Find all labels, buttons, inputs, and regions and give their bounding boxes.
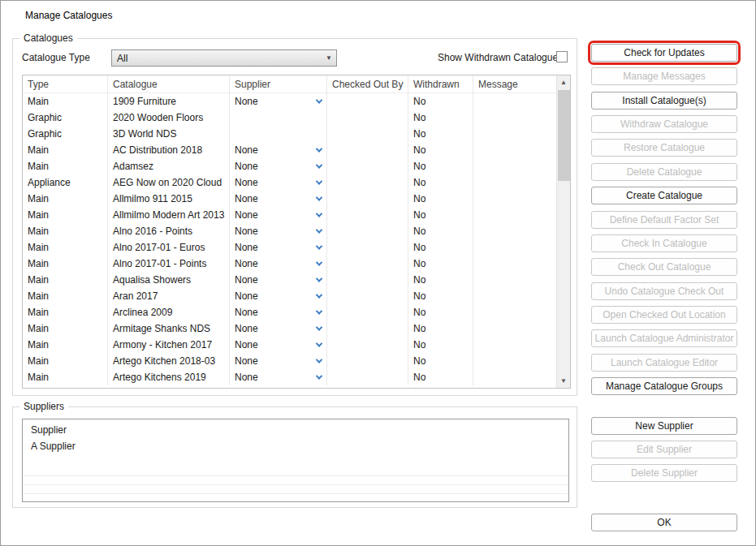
cell-msg bbox=[473, 337, 556, 353]
table-row[interactable]: MainAlno 2016 - PointsNoneNo bbox=[23, 223, 556, 239]
cell-cat: Aqualisa Showers bbox=[108, 272, 230, 288]
column-header-withdrawn[interactable]: Withdrawn bbox=[408, 75, 473, 92]
table-row[interactable]: MainArtego Kitchens 2019NoneNo bbox=[23, 369, 556, 385]
ok-button[interactable]: OK bbox=[591, 514, 737, 531]
cell-type: Main bbox=[23, 353, 108, 369]
restore-catalogue-button: Restore Catalogue bbox=[591, 139, 737, 157]
column-header-checked-out-by[interactable]: Checked Out By bbox=[327, 75, 408, 92]
chevron-down-icon[interactable] bbox=[316, 194, 322, 200]
cell-type: Main bbox=[23, 256, 108, 272]
chevron-down-icon[interactable] bbox=[316, 145, 322, 152]
supplier-value: None bbox=[235, 226, 258, 237]
cell-type: Main bbox=[23, 191, 108, 207]
supplier-cell: None bbox=[230, 158, 327, 174]
chevron-down-icon[interactable] bbox=[316, 178, 322, 184]
supplier-cell: None bbox=[230, 239, 327, 256]
vertical-scrollbar[interactable]: ▲ ▼ bbox=[556, 75, 570, 388]
table-row[interactable]: MainAran 2017NoneNo bbox=[23, 288, 556, 304]
cell-type: Main bbox=[23, 93, 108, 110]
table-row[interactable]: MainAllmilmo Modern Art 2013NoneNo bbox=[23, 207, 556, 223]
supplier-cell: None bbox=[230, 174, 327, 191]
cell-type: Main bbox=[23, 223, 108, 239]
table-row[interactable]: Graphic2020 Wooden FloorsNo bbox=[23, 110, 556, 126]
supplier-cell bbox=[230, 110, 327, 126]
table-row[interactable]: MainAlno 2017-01 - PointsNoneNo bbox=[23, 256, 556, 272]
catalogue-type-dropdown[interactable]: All ▼ bbox=[111, 49, 337, 67]
table-row[interactable]: MainAdamsezNoneNo bbox=[23, 158, 556, 174]
chevron-down-icon[interactable] bbox=[316, 97, 322, 103]
cell-msg bbox=[473, 191, 556, 207]
table-row[interactable]: MainAqualisa ShowersNoneNo bbox=[23, 272, 556, 288]
supplier-value: None bbox=[235, 372, 258, 383]
chevron-down-icon[interactable] bbox=[316, 243, 322, 249]
show-withdrawn-checkbox[interactable] bbox=[556, 51, 568, 62]
scroll-down-icon[interactable]: ▼ bbox=[557, 374, 570, 388]
scrollbar-thumb[interactable] bbox=[558, 90, 570, 181]
cell-msg bbox=[473, 288, 556, 304]
table-row[interactable]: MainAlno 2017-01 - EurosNoneNo bbox=[23, 239, 556, 256]
list-item[interactable]: A Supplier bbox=[23, 437, 568, 455]
open-checked-out-location-button: Open Checked Out Location bbox=[591, 306, 737, 324]
install-catalogue-s-button[interactable]: Install Catalogue(s) bbox=[591, 92, 737, 110]
cell-type: Main bbox=[23, 158, 108, 174]
supplier-value: None bbox=[235, 290, 258, 302]
supplier-value: None bbox=[235, 96, 258, 107]
cell-wd: No bbox=[408, 320, 473, 337]
cell-msg bbox=[473, 320, 556, 337]
cell-msg bbox=[473, 256, 556, 272]
chevron-down-icon[interactable] bbox=[316, 372, 322, 379]
column-header-type[interactable]: Type bbox=[23, 75, 108, 92]
chevron-down-icon[interactable] bbox=[316, 226, 322, 233]
table-row[interactable]: Main1909 FurnitureNoneNo bbox=[23, 93, 556, 110]
table-row[interactable]: MainArclinea 2009NoneNo bbox=[23, 304, 556, 320]
manage-catalogue-groups-button[interactable]: Manage Catalogue Groups bbox=[591, 377, 737, 395]
cell-wd: No bbox=[408, 142, 473, 158]
table-row[interactable]: MainAC Distribution 2018NoneNo bbox=[23, 142, 556, 158]
cell-out bbox=[327, 256, 408, 272]
cell-out bbox=[327, 353, 408, 369]
supplier-value: None bbox=[235, 242, 258, 253]
supplier-cell: None bbox=[230, 272, 327, 288]
cell-type: Main bbox=[23, 369, 108, 385]
supplier-value: None bbox=[235, 209, 258, 221]
chevron-down-icon[interactable] bbox=[316, 356, 322, 363]
check-for-updates-button[interactable]: Check for Updates bbox=[591, 44, 737, 62]
column-header-supplier[interactable]: Supplier bbox=[230, 75, 327, 92]
supplier-list[interactable]: Supplier A Supplier bbox=[22, 419, 569, 502]
catalogue-table-rows: Main1909 FurnitureNoneNoGraphic2020 Wood… bbox=[23, 93, 570, 385]
supplier-cell: None bbox=[230, 142, 327, 158]
cell-out bbox=[327, 207, 408, 223]
chevron-down-icon[interactable] bbox=[316, 324, 322, 330]
table-row[interactable]: MainAllmilmo 911 2015NoneNo bbox=[23, 191, 556, 207]
cell-cat: Allmilmo 911 2015 bbox=[108, 191, 230, 207]
chevron-down-icon[interactable] bbox=[316, 291, 322, 298]
table-row[interactable]: Graphic3D World NDSNo bbox=[23, 126, 556, 142]
chevron-down-icon[interactable] bbox=[316, 161, 322, 168]
table-row[interactable]: MainArtego Kitchen 2018-03NoneNo bbox=[23, 353, 556, 369]
chevron-down-icon[interactable] bbox=[316, 210, 322, 217]
column-header-catalogue[interactable]: Catalogue bbox=[108, 75, 230, 92]
supplier-value: None bbox=[235, 307, 258, 318]
supplier-list-items: A Supplier bbox=[23, 437, 568, 455]
column-header-message[interactable]: Message bbox=[473, 75, 556, 92]
table-row[interactable]: MainArmony - Kitchen 2017NoneNo bbox=[23, 337, 556, 353]
chevron-down-icon[interactable] bbox=[316, 275, 322, 282]
new-supplier-button[interactable]: New Supplier bbox=[591, 417, 737, 435]
cell-cat: Allmilmo Modern Art 2013 bbox=[108, 207, 230, 223]
cell-msg bbox=[473, 223, 556, 239]
chevron-down-icon[interactable] bbox=[316, 340, 322, 346]
chevron-down-icon[interactable] bbox=[316, 307, 322, 314]
edit-supplier-button: Edit Supplier bbox=[591, 441, 737, 458]
cell-wd: No bbox=[408, 158, 473, 174]
create-catalogue-button[interactable]: Create Catalogue bbox=[591, 187, 737, 204]
table-row[interactable]: MainArmitage Shanks NDSNoneNo bbox=[23, 320, 556, 337]
list-grid-line bbox=[23, 475, 568, 476]
scroll-up-icon[interactable]: ▲ bbox=[557, 75, 570, 89]
cell-out bbox=[327, 158, 408, 174]
cell-cat: Alno 2016 - Points bbox=[108, 223, 230, 239]
table-row[interactable]: ApplianceAEG Now on 2020 CloudNoneNo bbox=[23, 174, 556, 191]
cell-type: Appliance bbox=[23, 174, 108, 191]
withdraw-catalogue-button: Withdraw Catalogue bbox=[591, 115, 737, 133]
delete-catalogue-button: Delete Catalogue bbox=[591, 163, 737, 181]
chevron-down-icon[interactable] bbox=[316, 259, 322, 265]
